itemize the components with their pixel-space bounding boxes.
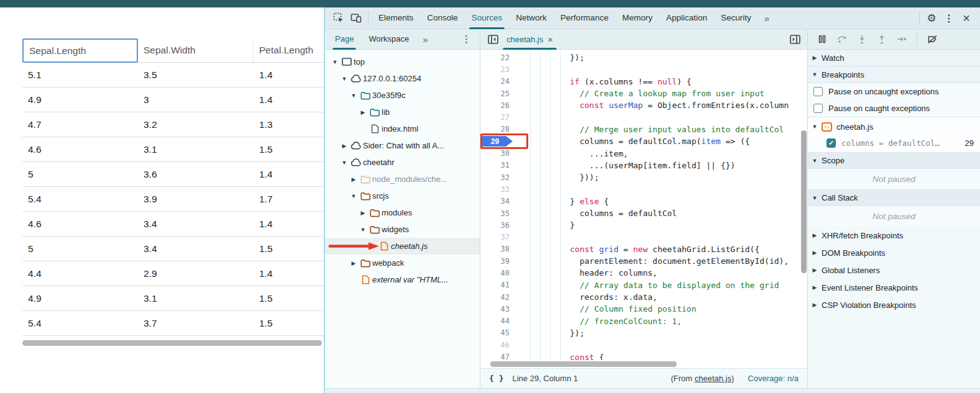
deactivate-breakpoints-icon[interactable] — [924, 31, 940, 47]
code-text[interactable]: ...item, — [515, 149, 628, 158]
table-cell[interactable]: 3.5 — [138, 63, 254, 87]
tab-security[interactable]: Security — [714, 7, 758, 29]
caret-right-icon[interactable]: ▶ — [349, 176, 359, 183]
code-text[interactable]: columns = defaultCol.map(item => ({ — [515, 137, 750, 146]
tab-console[interactable]: Console — [420, 7, 465, 29]
caret-down-icon[interactable]: ▼ — [349, 193, 359, 199]
section-scope[interactable]: ▼ Scope — [808, 152, 980, 169]
tab-network[interactable]: Network — [509, 7, 554, 29]
line-number[interactable]: 31 — [480, 161, 515, 169]
checkbox[interactable] — [813, 87, 823, 96]
checkbox[interactable] — [813, 104, 823, 113]
code-text[interactable]: records: x.data, — [515, 292, 657, 302]
inspect-element-icon[interactable] — [330, 9, 347, 27]
tree-item-external-var-html[interactable]: external var "HTML... — [325, 271, 480, 288]
caret-right-icon[interactable]: ▶ — [358, 210, 368, 216]
caret-right-icon[interactable]: ▶ — [339, 143, 349, 149]
line-number[interactable]: 22 — [480, 53, 515, 62]
code-text[interactable]: // Create a lookup map from user input — [515, 89, 764, 98]
section-call-stack[interactable]: ▼ Call Stack — [808, 189, 980, 206]
settings-gear-icon[interactable]: ⚙ — [923, 9, 940, 27]
table-cell[interactable]: 4.6 — [22, 137, 138, 161]
section-event-listener-breakpoints[interactable]: ▶Event Listener Breakpoints — [808, 279, 980, 296]
page-horizontal-scrollbar[interactable] — [22, 340, 322, 346]
step-over-icon[interactable] — [834, 31, 850, 47]
code-text[interactable]: // Column fixed position — [515, 304, 697, 314]
table-cell[interactable]: 1.4 — [254, 212, 324, 236]
code-text[interactable]: // Array data to be displayed on the gri… — [515, 281, 779, 290]
table-cell[interactable]: 5.1 — [22, 63, 138, 87]
navigator-more-tabs-chevron-icon[interactable]: » — [416, 34, 434, 45]
line-number[interactable]: 28 — [480, 125, 515, 133]
tree-item-lib[interactable]: ▶lib — [325, 104, 480, 120]
code-text[interactable]: } else { — [515, 197, 609, 206]
table-cell[interactable]: 3.6 — [138, 162, 254, 186]
section-csp-violation-breakpoints[interactable]: ▶CSP Violation Breakpoints — [808, 296, 980, 314]
checkbox-row-pause-on-caught-exceptions[interactable]: Pause on caught exceptions — [808, 100, 980, 117]
code-text[interactable]: const userMap = Object.fromEntries(x.col… — [515, 101, 789, 110]
line-number[interactable]: 43 — [480, 305, 515, 314]
close-tab-icon[interactable]: × — [547, 34, 553, 45]
code-text[interactable]: if (x.columns !== null) { — [515, 77, 692, 86]
editor-vertical-scrollbar[interactable] — [801, 130, 807, 273]
code-text[interactable]: } — [515, 220, 575, 230]
table-cell[interactable]: 4.6 — [22, 212, 138, 236]
code-text[interactable]: })); — [515, 173, 599, 182]
tab-performance[interactable]: Performance — [554, 7, 615, 29]
code-text[interactable]: const grid = new cheetahGrid.ListGrid({ — [515, 245, 759, 254]
section-xhr-fetch-breakpoints[interactable]: ▶XHR/fetch Breakpoints — [808, 227, 980, 244]
tree-item-index-html[interactable]: index.html — [325, 120, 480, 137]
tree-item-srcjs[interactable]: ▼srcjs — [325, 187, 480, 204]
table-cell[interactable]: 2.9 — [138, 261, 254, 286]
tab-sources[interactable]: Sources — [465, 7, 510, 29]
table-cell[interactable]: 3.2 — [138, 112, 254, 137]
table-cell[interactable]: 4.9 — [22, 286, 138, 310]
close-devtools-icon[interactable]: × — [958, 9, 975, 27]
tree-item-webpack[interactable]: ▶webpack — [325, 255, 480, 271]
checkbox-row-pause-on-uncaught-exceptions[interactable]: Pause on uncaught exceptions — [808, 83, 980, 100]
tab-workspace[interactable]: Workspace — [361, 29, 416, 50]
section-dom-breakpoints[interactable]: ▶DOM Breakpoints — [808, 244, 980, 261]
line-number[interactable]: 40 — [480, 269, 515, 278]
show-debugger-panel-icon[interactable] — [786, 30, 804, 48]
step-icon[interactable] — [894, 31, 910, 47]
line-number[interactable]: 30 — [480, 149, 515, 158]
table-cell[interactable]: 5.4 — [22, 311, 138, 335]
line-number[interactable]: 34 — [480, 197, 515, 206]
step-out-icon[interactable] — [874, 31, 890, 47]
breakpoint-entry[interactable]: ✓ columns = defaultCol… 29 — [808, 135, 980, 151]
table-cell[interactable]: 3.4 — [138, 237, 254, 261]
table-cell[interactable]: 1.4 — [254, 261, 324, 286]
table-cell[interactable]: 1.5 — [254, 237, 324, 261]
hide-navigator-panel-icon[interactable] — [484, 30, 501, 48]
pretty-print-icon[interactable]: { } — [489, 374, 503, 383]
table-cell[interactable]: 1.4 — [254, 162, 324, 186]
source-map-link[interactable]: cheetah.js — [695, 374, 731, 383]
table-cell[interactable]: 3.1 — [138, 286, 254, 310]
table-cell[interactable]: 5 — [22, 237, 138, 261]
code-text[interactable]: }); — [515, 328, 584, 338]
line-number[interactable]: 45 — [480, 328, 515, 337]
code-text[interactable]: columns = defaultCol — [515, 209, 677, 218]
code-area[interactable]: 22});2324if (x.columns !== null) {25 // … — [480, 50, 807, 360]
tab-page[interactable]: Page — [327, 29, 361, 50]
table-cell[interactable]: 3 — [138, 88, 254, 112]
caret-down-icon[interactable]: ▼ — [339, 160, 349, 166]
table-cell[interactable]: 4.9 — [22, 88, 138, 112]
line-number[interactable]: 33 — [480, 185, 515, 194]
line-number[interactable]: 25 — [480, 89, 515, 98]
code-text[interactable]: }); — [515, 53, 584, 62]
line-number[interactable]: 23 — [480, 65, 515, 74]
line-number[interactable]: 32 — [480, 173, 515, 182]
line-number[interactable]: 26 — [480, 101, 515, 110]
code-text[interactable]: // Merge user input values into defaultC… — [515, 125, 784, 134]
pause-script-execution-icon[interactable] — [814, 31, 830, 47]
tab-elements[interactable]: Elements — [372, 7, 420, 29]
tree-item-modules[interactable]: ▶modules — [325, 204, 480, 221]
line-number[interactable]: 44 — [480, 317, 515, 325]
breakpoint-enabled-checkbox[interactable]: ✓ — [827, 138, 836, 148]
tree-item-cheetahr[interactable]: ▼cheetahr — [325, 154, 480, 171]
section-breakpoints[interactable]: ▼ Breakpoints — [808, 66, 980, 83]
coverage-link[interactable]: Coverage: n/a — [748, 374, 799, 383]
tree-item-30e35f9c[interactable]: ▼30e35f9c — [325, 87, 480, 104]
